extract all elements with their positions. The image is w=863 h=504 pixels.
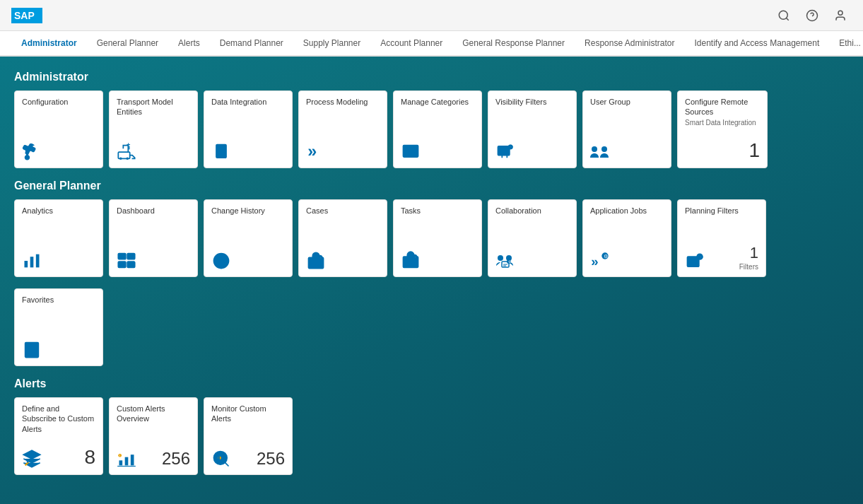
tile-data-integration-title: Data Integration bbox=[211, 97, 285, 107]
svg-rect-69 bbox=[131, 455, 134, 465]
user-group-icon bbox=[590, 142, 664, 162]
tile-user-group[interactable]: User Group bbox=[582, 90, 671, 168]
svg-rect-34 bbox=[127, 262, 135, 267]
svg-rect-22 bbox=[410, 146, 414, 149]
tile-configure-remote[interactable]: Configure Remote Sources Smart Data Inte… bbox=[677, 90, 768, 168]
tile-user-group-title: User Group bbox=[590, 97, 664, 107]
tile-custom-alerts-overview[interactable]: Custom Alerts Overview ! 256 bbox=[109, 397, 198, 475]
svg-point-8 bbox=[119, 158, 122, 160]
tile-transport-model[interactable]: Transport Model Entities + bbox=[109, 90, 198, 168]
tile-configure-remote-subtitle: Smart Data Integration bbox=[685, 119, 760, 127]
process-modeling-icon: » bbox=[306, 142, 380, 162]
svg-text:»: » bbox=[591, 254, 598, 269]
svg-text:⚙: ⚙ bbox=[413, 255, 417, 259]
sap-logo: SAP bbox=[11, 8, 42, 23]
tile-planning-filters-title: Planning Filters bbox=[685, 206, 758, 216]
nav-item-response-administrator[interactable]: Response Administrator bbox=[575, 31, 684, 57]
svg-text:⚙: ⚙ bbox=[604, 254, 608, 259]
tile-planning-filters-label: Filters bbox=[739, 263, 758, 271]
svg-line-3 bbox=[786, 18, 788, 20]
nav-item-more-text[interactable]: Ethi... bbox=[829, 31, 863, 57]
tile-manage-categories[interactable]: Manage Categories bbox=[393, 90, 482, 168]
nav-item-general-response-planner[interactable]: General Response Planner bbox=[452, 31, 575, 57]
help-icon[interactable] bbox=[801, 4, 823, 27]
tile-configuration[interactable]: Configuration bbox=[14, 90, 103, 168]
svg-text:+: + bbox=[127, 142, 131, 148]
tile-collaboration[interactable]: Collaboration ⚙ bbox=[488, 199, 577, 277]
svg-rect-67 bbox=[119, 460, 123, 465]
svg-point-26 bbox=[592, 146, 597, 152]
nav-item-iam[interactable]: Identify and Access Management bbox=[684, 31, 829, 57]
tile-define-subscribe-title: Define and Subscribe to Custom Alerts bbox=[22, 404, 95, 434]
tile-visibility-filters[interactable]: Visibility Filters ⚙ bbox=[488, 90, 577, 168]
section-title-administrator: Administrator bbox=[14, 71, 849, 83]
nav-bar: Administrator General Planner Alerts Dem… bbox=[0, 31, 863, 57]
top-bar: SAP bbox=[0, 0, 863, 31]
tile-change-history[interactable]: Change History bbox=[204, 199, 293, 277]
nav-item-administrator[interactable]: Administrator bbox=[11, 31, 87, 57]
nav-item-general-planner[interactable]: General Planner bbox=[87, 31, 168, 57]
visibility-filters-icon: ⚙ bbox=[495, 142, 569, 162]
tile-favorites-title: Favorites bbox=[22, 295, 95, 305]
favorites-tiles: Favorites bbox=[14, 288, 849, 366]
tile-monitor-custom-alerts[interactable]: Monitor Custom Alerts ! 256 bbox=[204, 397, 293, 475]
nav-item-alerts[interactable]: Alerts bbox=[168, 31, 210, 57]
tile-tasks[interactable]: Tasks ⚙ bbox=[393, 199, 482, 277]
define-subscribe-icon bbox=[22, 449, 42, 469]
nav-item-demand-planner[interactable]: Demand Planner bbox=[210, 31, 293, 57]
nav-item-account-planner[interactable]: Account Planner bbox=[370, 31, 452, 57]
tasks-icon: ⚙ bbox=[401, 251, 474, 271]
configuration-icon bbox=[22, 142, 95, 162]
tile-dashboard[interactable]: Dashboard bbox=[109, 199, 198, 277]
tile-favorites[interactable]: Favorites bbox=[14, 288, 103, 366]
change-history-icon bbox=[211, 251, 285, 271]
svg-point-9 bbox=[126, 158, 129, 160]
manage-categories-icon bbox=[401, 142, 474, 162]
svg-text:⚙: ⚙ bbox=[509, 145, 512, 149]
tile-define-subscribe[interactable]: Define and Subscribe to Custom Alerts 8 bbox=[14, 397, 103, 475]
section-title-general-planner: General Planner bbox=[14, 180, 849, 192]
data-integration-icon bbox=[211, 142, 285, 162]
svg-point-27 bbox=[601, 146, 607, 152]
general-planner-tiles: Analytics Dashboard bbox=[14, 199, 849, 277]
custom-alerts-overview-count: 256 bbox=[162, 449, 190, 469]
tile-visibility-filters-title: Visibility Filters bbox=[495, 97, 569, 107]
svg-line-74 bbox=[225, 462, 228, 466]
svg-rect-29 bbox=[30, 257, 34, 267]
tile-process-modeling[interactable]: Process Modeling » bbox=[298, 90, 387, 168]
search-icon[interactable] bbox=[773, 4, 795, 27]
tile-application-jobs[interactable]: Application Jobs » ⚙ bbox=[582, 199, 671, 277]
svg-rect-7 bbox=[118, 152, 129, 158]
user-icon[interactable] bbox=[829, 4, 852, 27]
collaboration-icon: ⚙ bbox=[495, 251, 569, 271]
tile-planning-filters-count: 1 bbox=[750, 244, 758, 262]
tile-data-integration[interactable]: Data Integration bbox=[204, 90, 293, 168]
tile-cases[interactable]: Cases ⚙ bbox=[298, 199, 387, 277]
svg-rect-32 bbox=[127, 254, 135, 259]
svg-rect-21 bbox=[404, 151, 409, 153]
tile-configure-remote-count: 1 bbox=[748, 139, 760, 162]
custom-alerts-overview-icon: ! bbox=[117, 449, 136, 469]
tile-planning-filters[interactable]: Planning Filters ⚙ 1 Filters bbox=[677, 199, 766, 277]
tile-custom-alerts-overview-title: Custom Alerts Overview bbox=[117, 404, 190, 424]
tile-tasks-title: Tasks bbox=[401, 206, 474, 216]
analytics-icon bbox=[22, 251, 95, 271]
svg-rect-68 bbox=[125, 457, 129, 466]
tile-analytics[interactable]: Analytics bbox=[14, 199, 103, 277]
tile-configuration-title: Configuration bbox=[22, 97, 95, 107]
administrator-tiles: Configuration Transport Model Entities + bbox=[14, 90, 849, 168]
tile-configure-remote-title: Configure Remote Sources bbox=[685, 97, 760, 117]
svg-rect-28 bbox=[25, 261, 28, 267]
transport-model-icon: + bbox=[117, 142, 190, 162]
svg-text:⚙: ⚙ bbox=[319, 256, 322, 260]
main-content: Administrator Configuration Transport Mo… bbox=[0, 57, 863, 498]
nav-item-supply-planner[interactable]: Supply Planner bbox=[293, 31, 370, 57]
dashboard-icon bbox=[117, 251, 190, 271]
tile-collaboration-title: Collaboration bbox=[495, 206, 569, 216]
favorites-icon bbox=[22, 340, 95, 360]
svg-point-2 bbox=[779, 11, 787, 19]
tile-cases-title: Cases bbox=[306, 206, 380, 216]
top-icons bbox=[773, 4, 852, 27]
svg-rect-23 bbox=[498, 146, 510, 156]
tile-transport-model-title: Transport Model Entities bbox=[117, 97, 190, 117]
